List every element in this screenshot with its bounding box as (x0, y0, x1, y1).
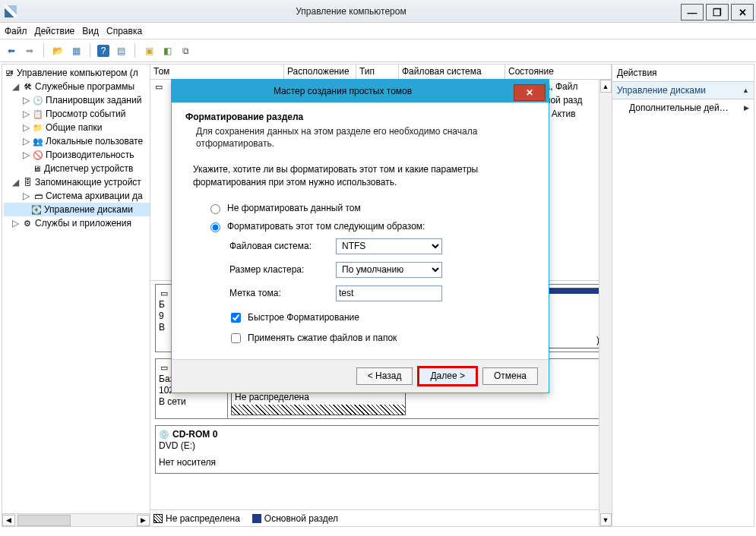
menu-action[interactable]: Действие (35, 26, 75, 36)
disk-online: В сети (159, 396, 224, 407)
refresh-icon[interactable]: ▤ (114, 44, 128, 58)
cdrom-state: Нет носителя (159, 457, 225, 468)
col-volume[interactable]: Том (150, 65, 284, 79)
legend-label: Основной раздел (264, 513, 338, 524)
compress-label: Применять сжатие файлов и папок (248, 333, 397, 343)
fs-select[interactable]: NTFS (336, 238, 442, 254)
menu-view[interactable]: Вид (82, 26, 99, 36)
toolbar-icon-a[interactable]: ▣ (142, 44, 156, 58)
tree-label: Управление дисками (44, 204, 133, 215)
legend-swatch-primary (252, 514, 261, 523)
twisty-icon[interactable]: ▷ (22, 191, 30, 201)
help-icon[interactable]: ? (97, 45, 109, 57)
app-icon (5, 5, 17, 17)
tree-utilities[interactable]: ◢ 🛠 Служебные программы (4, 80, 150, 93)
nav-back-icon[interactable]: ⬅ (5, 44, 18, 58)
toolbar-icon-b[interactable]: ◧ (160, 44, 174, 58)
twisty-icon[interactable]: ▷ (22, 150, 30, 160)
actions-more[interactable]: Дополнительные дей… ▶ (612, 99, 754, 116)
tree-label: Планировщик заданий (46, 95, 141, 106)
tree-diskmgmt[interactable]: 💽 Управление дисками (4, 203, 150, 216)
back-button[interactable]: < Назад (356, 367, 413, 385)
diskmgmt-icon: 💽 (31, 204, 42, 215)
twisty-icon[interactable]: ▷ (11, 218, 20, 229)
tree-backup[interactable]: ▷ 🗃 Система архивации да (4, 189, 150, 203)
up-folder-icon[interactable]: 📂 (51, 44, 65, 58)
tree-localusers[interactable]: ▷ 👥 Локальные пользовате (4, 134, 150, 148)
radio-noformat-label: Не форматировать данный том (227, 203, 361, 213)
collapse-icon[interactable]: ▲ (742, 87, 749, 94)
scroll-up-icon[interactable]: ▲ (600, 80, 612, 93)
cluster-select[interactable]: По умолчанию (336, 262, 442, 278)
cancel-button[interactable]: Отмена (482, 367, 538, 385)
tree-label: Система архивации да (46, 191, 143, 201)
tree-devmgr[interactable]: 🖥 Диспетчер устройств (4, 162, 150, 175)
col-type[interactable]: Тип (356, 65, 399, 79)
wizard-titlebar[interactable]: Мастер создания простых томов ✕ (172, 80, 549, 102)
option-format[interactable]: Форматировать этот том следующим образом… (207, 220, 535, 232)
eventviewer-icon: 📋 (33, 109, 43, 119)
tree-hscrollbar[interactable]: ◀ ▶ (2, 513, 150, 526)
checkbox-compress[interactable] (231, 333, 241, 343)
center-vscrollbar[interactable]: ▲ ▼ (599, 80, 612, 526)
radio-format-label: Форматировать этот том следующим образом… (227, 221, 425, 232)
twisty-icon[interactable]: ◢ (11, 177, 20, 188)
radio-format[interactable] (210, 222, 220, 232)
col-fs[interactable]: Файловая система (399, 65, 505, 79)
tree-label: Диспетчер устройств (44, 163, 133, 174)
radio-noformat[interactable] (210, 204, 220, 214)
storage-icon: 🗄 (22, 177, 33, 188)
computer-icon: 🖳 (4, 68, 14, 78)
drive-icon: ▭ (153, 81, 164, 92)
menu-help[interactable]: Справка (106, 26, 142, 36)
actions-section[interactable]: Управление дисками ▲ (612, 82, 754, 99)
wizard-heading: Форматирование раздела (185, 112, 535, 122)
nav-forward-icon[interactable]: ➡ (23, 44, 36, 58)
minimize-button[interactable]: — (681, 4, 704, 20)
perf-icon: 🚫 (33, 150, 43, 160)
twisty-icon[interactable]: ◢ (11, 81, 20, 92)
tree-scheduler[interactable]: ▷ 🕒 Планировщик заданий (4, 93, 150, 107)
tree-eventviewer[interactable]: ▷ 📋 Просмотр событий (4, 107, 150, 121)
twisty-icon[interactable]: ▷ (22, 122, 30, 133)
checkbox-quickformat[interactable] (231, 313, 241, 323)
checkbox-quickformat-row[interactable]: Быстрое Форматирование (228, 311, 535, 325)
next-button[interactable]: Далее > (419, 367, 476, 385)
tree-shared[interactable]: ▷ 📁 Общие папки (4, 121, 150, 134)
tree-root-label: Управление компьютером (л (17, 68, 138, 78)
volume-label-label: Метка тома: (229, 288, 328, 298)
cdrom-block[interactable]: 💿CD-ROM 0 DVD (E:) Нет носителя (155, 425, 607, 474)
wizard-close-button[interactable]: ✕ (514, 84, 546, 101)
tree-services[interactable]: ▷ ⚙ Службы и приложения (4, 216, 150, 230)
checkbox-compress-row[interactable]: Применять сжатие файлов и папок (228, 331, 535, 345)
properties-icon[interactable]: ▦ (69, 44, 83, 58)
scroll-right-icon[interactable]: ▶ (137, 515, 150, 526)
scroll-left-icon[interactable]: ◀ (2, 515, 15, 526)
vol-state: Не распределена (235, 392, 402, 402)
volume-label-input[interactable] (336, 285, 442, 301)
titlebar: Управление компьютером — ❐ ✕ (0, 0, 756, 23)
restore-button[interactable]: ❐ (706, 4, 729, 20)
close-button[interactable]: ✕ (731, 4, 754, 20)
toolbar-icon-c[interactable]: ⧉ (179, 44, 192, 58)
actions-panel: Действия Управление дисками ▲ Дополнител… (612, 65, 754, 526)
tree-storage[interactable]: ◢ 🗄 Запоминающие устройст (4, 175, 150, 189)
backup-icon: 🗃 (33, 191, 43, 201)
field-filesystem: Файловая система: NTFS (229, 238, 535, 254)
twisty-icon[interactable]: ▷ (22, 95, 30, 106)
col-state[interactable]: Состояние (505, 65, 612, 79)
toolbar: ⬅ ➡ 📂 ▦ ? ▤ ▣ ◧ ⧉ (0, 39, 756, 62)
twisty-icon[interactable]: ▷ (22, 109, 30, 119)
option-noformat[interactable]: Не форматировать данный том (207, 202, 535, 214)
tree-perf[interactable]: ▷ 🚫 Производительность (4, 148, 150, 162)
legend-label: Не распределена (166, 513, 240, 524)
actions-more-label: Дополнительные дей… (629, 102, 729, 113)
scroll-thumb[interactable] (17, 515, 71, 526)
twisty-icon[interactable]: ▷ (22, 136, 30, 147)
scroll-down-icon[interactable]: ▼ (600, 513, 612, 526)
menu-file[interactable]: Файл (5, 26, 27, 36)
col-layout[interactable]: Расположение (284, 65, 356, 79)
sharedfolders-icon: 📁 (33, 122, 43, 133)
wizard-title: Мастер создания простых томов (172, 86, 514, 96)
tree-root[interactable]: 🖳 Управление компьютером (л (4, 66, 150, 80)
